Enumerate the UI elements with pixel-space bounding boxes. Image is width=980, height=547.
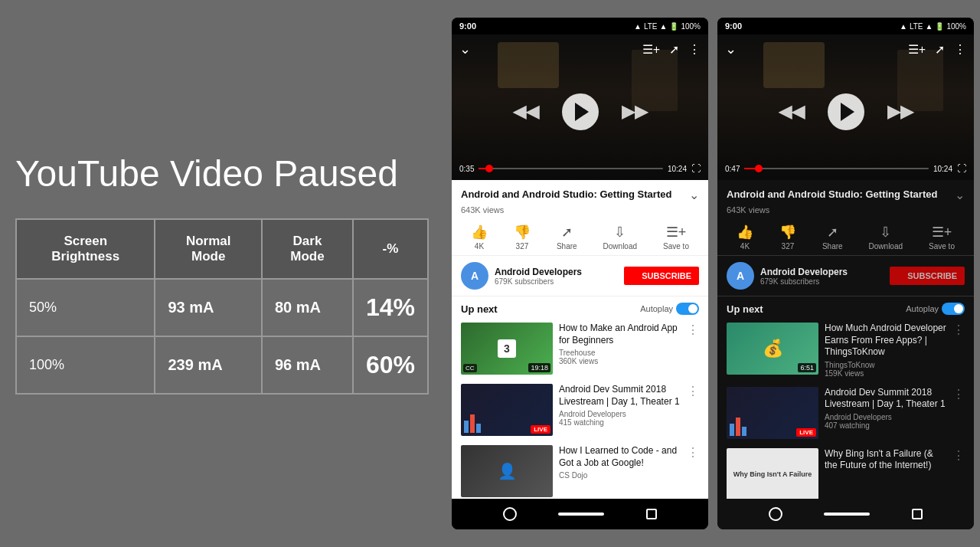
video-area-light[interactable]: ⌄ ☰+ ➚ ⋮ ◀◀ ▶▶ 0:35	[452, 34, 708, 180]
progress-track-dark[interactable]	[744, 168, 929, 169]
skip-next-btn-dark[interactable]: ▶▶	[887, 102, 913, 122]
video-card-info-dark-1: How Much Android Developer Earns From Fr…	[825, 323, 946, 378]
nav-home-light[interactable]	[558, 513, 604, 516]
cc-badge-light-1: CC	[463, 364, 477, 372]
like-icon: 👍	[471, 224, 488, 241]
cell-dark-100: 96 mA	[262, 336, 353, 394]
card-menu-dark-3[interactable]: ⋮	[952, 448, 965, 463]
more-icon[interactable]: ⋮	[688, 42, 701, 57]
dislike-count-light: 327	[516, 242, 529, 251]
card-meta-light-2: Android Developers415 watching	[559, 410, 681, 427]
download-btn-dark[interactable]: ⇩ Download	[869, 224, 903, 251]
back-icon[interactable]: ⌄	[459, 41, 471, 57]
share-icon-dark[interactable]: ➚	[935, 42, 945, 57]
video-card-dark-1[interactable]: 💰 6:51 How Much Android Developer Earns …	[717, 318, 974, 382]
progress-track-light[interactable]	[479, 168, 663, 169]
battery-icon: 🔋	[669, 22, 678, 31]
thumb-duration-light-1: 19:18	[528, 363, 550, 372]
dislike-btn-light[interactable]: 👎 327	[514, 224, 531, 251]
card-meta-dark-1: ThingsToKnow159K views	[825, 361, 946, 378]
save-icon-dark: ☰+	[932, 224, 952, 241]
status-time-light: 9:00	[459, 21, 476, 31]
video-card-light-2[interactable]: LIVE Android Dev Summit 2018 Livestream …	[452, 379, 708, 441]
play-button-dark[interactable]	[828, 93, 864, 130]
channel-name-dark: Android Developers	[760, 267, 848, 277]
autoplay-toggle-light[interactable]	[676, 303, 699, 315]
video-title-dark: Android and Android Studio: Getting Star…	[727, 188, 949, 201]
video-top-bar-light: ⌄ ☰+ ➚ ⋮	[452, 34, 708, 64]
video-area-dark[interactable]: ⌄ ☰+ ➚ ⋮ ◀◀ ▶▶ 0:47	[717, 34, 974, 180]
save-btn-dark[interactable]: ☰+ Save to	[929, 224, 955, 251]
thumb-live-light-2: LIVE	[531, 425, 550, 434]
share-label-light: Share	[557, 242, 577, 251]
nav-back-dark[interactable]	[769, 507, 782, 521]
autoplay-toggle-dark[interactable]	[942, 303, 965, 315]
channel-row-dark: A Android Developers 679K subscribers ▶ …	[717, 256, 974, 296]
more-icon-dark[interactable]: ⋮	[954, 42, 966, 57]
autoplay-label-light: Autoplay	[640, 304, 673, 313]
subscribe-btn-light[interactable]: ▶ SUBSCRIBE	[624, 267, 699, 285]
phone-nav-bar-light	[452, 499, 708, 529]
video-thumb-dark-2: LIVE	[727, 387, 818, 439]
share-btn-light[interactable]: ➚ Share	[557, 224, 577, 251]
subscribe-btn-dark[interactable]: ▶ SUBSCRIBE	[890, 267, 965, 285]
skip-next-btn[interactable]: ▶▶	[622, 102, 648, 122]
left-panel: YouTube Video Paused Screen Brightness N…	[15, 152, 429, 394]
cell-diff-100: 60%	[353, 336, 428, 394]
card-menu-light-1[interactable]: ⋮	[687, 323, 699, 337]
save-label-dark: Save to	[929, 242, 955, 251]
video-card-light-1[interactable]: 3 19:18 CC How to Make an Android App fo…	[452, 318, 708, 379]
expand-icon-dark[interactable]: ⌄	[955, 188, 965, 202]
save-btn-light[interactable]: ☰+ Save to	[663, 224, 689, 251]
share-icon[interactable]: ➚	[669, 42, 679, 57]
video-thumb-dark-3: Why Bing Isn't A Failure	[727, 448, 818, 499]
dislike-btn-dark[interactable]: 👎 327	[779, 224, 796, 251]
like-count-dark: 4K	[740, 242, 750, 251]
video-title-light: Android and Android Studio: Getting Star…	[461, 188, 683, 201]
expand-icon-light[interactable]: ⌄	[689, 188, 699, 202]
video-bottom-bar-light: 0:35 10:24 ⛶	[452, 160, 708, 180]
col-header-brightness: Screen Brightness	[16, 219, 155, 279]
queue-icon[interactable]: ☰+	[642, 42, 660, 57]
like-btn-dark[interactable]: 👍 4K	[737, 224, 753, 251]
status-bar-dark: 9:00 ▲ LTE ▲ 🔋 100%	[717, 18, 974, 34]
thumb-duration-dark-1: 6:51	[798, 363, 816, 372]
fullscreen-icon-light[interactable]: ⛶	[691, 163, 701, 174]
channel-row-light: A Android Developers 679K subscribers ▶ …	[452, 256, 708, 296]
video-card-light-3[interactable]: 👤 How I Learned to Code - and Got a Job …	[452, 441, 708, 499]
up-next-label-light: Up next	[461, 303, 498, 315]
like-btn-light[interactable]: 👍 4K	[471, 224, 488, 251]
video-card-info-light-1: How to Make an Android App for Beginners…	[559, 323, 681, 365]
nav-recents-dark[interactable]	[912, 509, 923, 519]
nav-back-light[interactable]	[503, 507, 517, 521]
card-menu-dark-1[interactable]: ⋮	[952, 323, 965, 337]
video-card-dark-3[interactable]: Why Bing Isn't A Failure Why Bing Isn't …	[717, 444, 974, 499]
nav-home-dark[interactable]	[824, 513, 870, 516]
cell-brightness-50: 50%	[16, 279, 155, 336]
share-btn-dark[interactable]: ➚ Share	[822, 224, 843, 251]
queue-icon-dark[interactable]: ☰+	[908, 42, 926, 57]
dislike-count-dark: 327	[782, 242, 795, 251]
skip-prev-btn[interactable]: ◀◀	[513, 102, 539, 122]
card-menu-dark-2[interactable]: ⋮	[952, 387, 965, 401]
back-icon-dark[interactable]: ⌄	[725, 41, 737, 57]
skip-prev-btn-dark[interactable]: ◀◀	[779, 102, 805, 122]
total-time-light: 10:24	[668, 165, 687, 173]
video-center-controls-light: ◀◀ ▶▶	[452, 93, 708, 130]
card-menu-light-2[interactable]: ⋮	[687, 384, 699, 398]
play-button-light[interactable]	[562, 93, 599, 130]
lte-icon: LTE	[644, 22, 658, 31]
download-btn-light[interactable]: ⇩ Download	[603, 224, 637, 251]
video-card-dark-2[interactable]: LIVE Android Dev Summit 2018 Livestream …	[717, 382, 974, 444]
video-thumb-light-2: LIVE	[461, 384, 553, 436]
status-bar-light: 9:00 ▲ LTE ▲ 🔋 100%	[452, 18, 708, 34]
card-meta-light-1: Treehouse360K views	[559, 349, 681, 365]
nav-recents-light[interactable]	[646, 509, 657, 519]
autoplay-row-dark: Autoplay	[906, 303, 965, 315]
fullscreen-icon-dark[interactable]: ⛶	[957, 163, 966, 174]
current-time-light: 0:35	[459, 165, 474, 173]
video-center-controls-dark: ◀◀ ▶▶	[717, 93, 974, 130]
card-menu-light-3[interactable]: ⋮	[687, 445, 699, 460]
status-icons-light: ▲ LTE ▲ 🔋 100%	[634, 22, 701, 31]
video-info-light: Android and Android Studio: Getting Star…	[452, 180, 708, 499]
